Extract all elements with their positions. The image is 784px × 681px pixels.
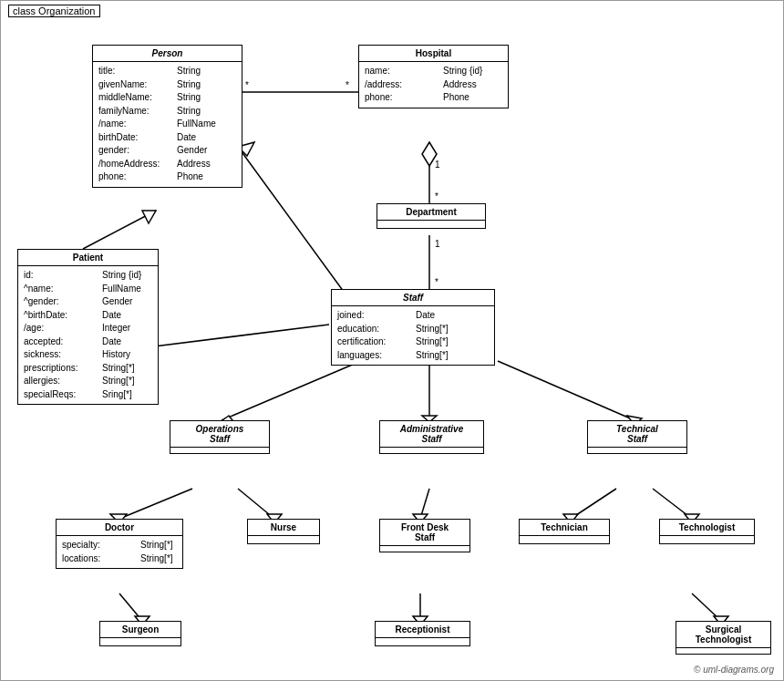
class-receptionist: Receptionist: [375, 621, 470, 646]
class-staff-body: joined:Date education:String[*] certific…: [332, 306, 494, 365]
class-operations-staff-title: OperationsStaff: [170, 421, 269, 448]
svg-marker-4: [422, 142, 437, 166]
class-technician-title: Technician: [520, 520, 609, 536]
class-person-title: Person: [93, 46, 242, 62]
class-staff-title: Staff: [332, 290, 494, 306]
class-operations-staff-body: [170, 448, 269, 453]
class-administrative-staff-title: AdministrativeStaff: [380, 421, 483, 448]
class-surgical-technologist-title: SurgicalTechnologist: [676, 622, 770, 648]
svg-text:*: *: [346, 80, 349, 90]
svg-line-21: [498, 361, 634, 420]
class-front-desk-staff: Front DeskStaff: [379, 519, 470, 552]
copyright: © uml-diagrams.org: [694, 665, 774, 675]
class-technical-staff-title: TechnicalStaff: [588, 421, 686, 448]
svg-line-14: [147, 325, 329, 347]
class-patient: Patient id:String {id} ^name:FullName ^g…: [17, 249, 159, 405]
svg-line-25: [238, 489, 274, 519]
class-receptionist-title: Receptionist: [376, 622, 469, 638]
class-front-desk-staff-title: Front DeskStaff: [380, 520, 469, 546]
svg-text:*: *: [245, 80, 249, 90]
class-hospital-title: Hospital: [359, 46, 508, 62]
class-receptionist-body: [376, 638, 469, 645]
class-department: Department: [377, 203, 486, 229]
class-administrative-staff-body: [380, 448, 483, 453]
svg-line-27: [420, 489, 429, 519]
svg-text:*: *: [435, 191, 438, 201]
class-technician: Technician: [519, 519, 610, 544]
svg-text:1: 1: [435, 239, 440, 249]
class-technical-staff: TechnicalStaff: [587, 420, 687, 454]
class-operations-staff: OperationsStaff: [170, 420, 270, 454]
class-surgeon-title: Surgeon: [100, 622, 181, 638]
svg-text:*: *: [435, 277, 438, 287]
svg-line-31: [653, 489, 692, 519]
class-front-desk-staff-body: [380, 546, 469, 552]
class-department-title: Department: [377, 204, 485, 221]
diagram-container: class Organization * * 1 * 1 * * *: [0, 0, 784, 681]
class-surgeon: Surgeon: [99, 621, 181, 646]
class-staff: Staff joined:Date education:String[*] ce…: [331, 289, 495, 366]
class-doctor: Doctor specialty:String[*] locations:Str…: [56, 519, 183, 569]
diagram-title: class Organization: [8, 5, 100, 17]
class-patient-title: Patient: [18, 250, 158, 266]
class-technologist-body: [660, 536, 754, 543]
class-nurse-title: Nurse: [248, 520, 319, 536]
class-technical-staff-body: [588, 448, 686, 453]
class-doctor-body: specialty:String[*] locations:String[*]: [57, 536, 182, 568]
class-administrative-staff: AdministrativeStaff: [379, 420, 484, 454]
class-technologist: Technologist: [659, 519, 755, 544]
class-nurse: Nurse: [247, 519, 320, 544]
svg-line-10: [83, 211, 156, 249]
svg-marker-11: [142, 211, 156, 223]
class-person-body: title:String givenName:String middleName…: [93, 62, 242, 187]
class-technician-body: [520, 536, 609, 543]
svg-text:1: 1: [435, 160, 440, 170]
svg-line-17: [222, 361, 361, 420]
svg-line-33: [119, 593, 142, 621]
class-nurse-body: [248, 536, 319, 543]
class-surgical-technologist-body: [676, 648, 770, 654]
class-technologist-title: Technologist: [660, 520, 754, 536]
class-patient-body: id:String {id} ^name:FullName ^gender:Ge…: [18, 266, 158, 404]
svg-line-37: [692, 593, 721, 621]
svg-line-23: [119, 489, 192, 519]
class-hospital: Hospital name:String {id} /address:Addre…: [358, 45, 509, 108]
class-department-body: [377, 221, 485, 228]
class-doctor-title: Doctor: [57, 520, 182, 536]
class-surgeon-body: [100, 638, 181, 645]
svg-line-29: [571, 489, 616, 519]
class-hospital-body: name:String {id} /address:Address phone:…: [359, 62, 508, 108]
class-person: Person title:String givenName:String mid…: [92, 45, 242, 188]
class-surgical-technologist: SurgicalTechnologist: [676, 621, 771, 655]
